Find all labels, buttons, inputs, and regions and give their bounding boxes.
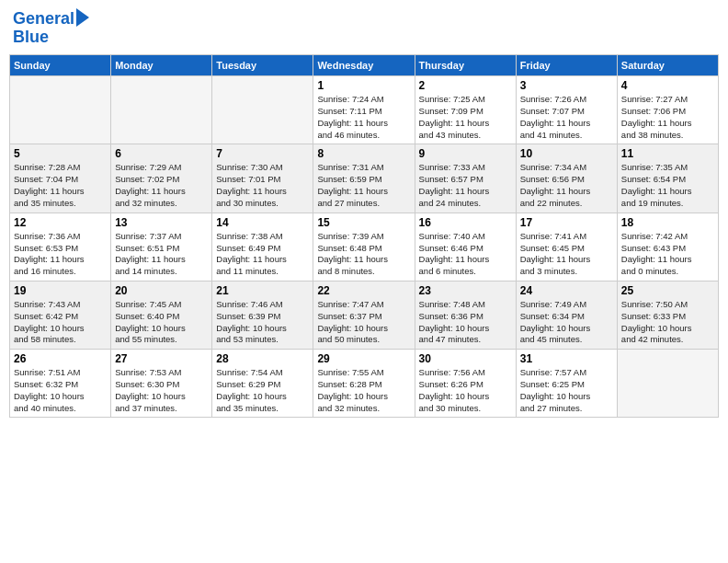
calendar-day: 18Sunrise: 7:42 AM Sunset: 6:43 PM Dayli… [617, 213, 718, 281]
day-info: Sunrise: 7:25 AM Sunset: 7:09 PM Dayligh… [419, 94, 512, 141]
day-info: Sunrise: 7:47 AM Sunset: 6:37 PM Dayligh… [317, 299, 410, 346]
day-info: Sunrise: 7:24 AM Sunset: 7:11 PM Dayligh… [317, 94, 410, 141]
day-info: Sunrise: 7:53 AM Sunset: 6:30 PM Dayligh… [115, 367, 208, 414]
day-info: Sunrise: 7:45 AM Sunset: 6:40 PM Dayligh… [115, 299, 208, 346]
day-number: 24 [520, 284, 613, 297]
calendar-day: 22Sunrise: 7:47 AM Sunset: 6:37 PM Dayli… [313, 281, 415, 349]
calendar-day [617, 350, 718, 418]
day-info: Sunrise: 7:33 AM Sunset: 6:57 PM Dayligh… [419, 162, 512, 209]
calendar-day: 14Sunrise: 7:38 AM Sunset: 6:49 PM Dayli… [212, 213, 313, 281]
calendar-day: 3Sunrise: 7:26 AM Sunset: 7:07 PM Daylig… [516, 76, 617, 144]
day-number: 30 [419, 352, 512, 365]
day-number: 5 [14, 147, 107, 160]
logo-blue: Blue [13, 28, 49, 48]
day-number: 9 [419, 147, 512, 160]
header-monday: Monday [111, 55, 212, 76]
calendar-day: 25Sunrise: 7:50 AM Sunset: 6:33 PM Dayli… [617, 281, 718, 349]
day-number: 14 [216, 216, 309, 229]
calendar-week-1: 1Sunrise: 7:24 AM Sunset: 7:11 PM Daylig… [10, 76, 719, 144]
calendar-day: 30Sunrise: 7:56 AM Sunset: 6:26 PM Dayli… [415, 350, 516, 418]
day-number: 22 [317, 284, 410, 297]
calendar-day [212, 76, 313, 144]
day-number: 20 [115, 284, 208, 297]
day-info: Sunrise: 7:42 AM Sunset: 6:43 PM Dayligh… [621, 231, 714, 278]
calendar-day: 9Sunrise: 7:33 AM Sunset: 6:57 PM Daylig… [415, 144, 516, 213]
day-number: 15 [317, 216, 410, 229]
calendar-day: 23Sunrise: 7:48 AM Sunset: 6:36 PM Dayli… [415, 281, 516, 349]
day-info: Sunrise: 7:31 AM Sunset: 6:59 PM Dayligh… [317, 162, 410, 209]
calendar-day: 26Sunrise: 7:51 AM Sunset: 6:32 PM Dayli… [10, 350, 111, 418]
logo: General Blue [13, 9, 89, 47]
calendar-day: 11Sunrise: 7:35 AM Sunset: 6:54 PM Dayli… [617, 144, 718, 213]
calendar-week-2: 5Sunrise: 7:28 AM Sunset: 7:04 PM Daylig… [10, 144, 719, 213]
calendar-day: 8Sunrise: 7:31 AM Sunset: 6:59 PM Daylig… [313, 144, 415, 213]
calendar-day [111, 76, 212, 144]
day-info: Sunrise: 7:57 AM Sunset: 6:25 PM Dayligh… [520, 367, 613, 414]
day-info: Sunrise: 7:28 AM Sunset: 7:04 PM Dayligh… [14, 162, 107, 209]
calendar-day: 24Sunrise: 7:49 AM Sunset: 6:34 PM Dayli… [516, 281, 617, 349]
day-info: Sunrise: 7:35 AM Sunset: 6:54 PM Dayligh… [621, 162, 714, 209]
day-number: 21 [216, 284, 309, 297]
day-number: 8 [317, 147, 410, 160]
calendar-day: 20Sunrise: 7:45 AM Sunset: 6:40 PM Dayli… [111, 281, 212, 349]
calendar-week-4: 19Sunrise: 7:43 AM Sunset: 6:42 PM Dayli… [10, 281, 719, 349]
day-number: 28 [216, 352, 309, 365]
day-number: 18 [621, 216, 714, 229]
day-info: Sunrise: 7:41 AM Sunset: 6:45 PM Dayligh… [520, 231, 613, 278]
header-saturday: Saturday [617, 55, 718, 76]
day-info: Sunrise: 7:29 AM Sunset: 7:02 PM Dayligh… [115, 162, 208, 209]
day-info: Sunrise: 7:43 AM Sunset: 6:42 PM Dayligh… [14, 299, 107, 346]
calendar-day: 7Sunrise: 7:30 AM Sunset: 7:01 PM Daylig… [212, 144, 313, 213]
calendar-day: 2Sunrise: 7:25 AM Sunset: 7:09 PM Daylig… [415, 76, 516, 144]
day-info: Sunrise: 7:38 AM Sunset: 6:49 PM Dayligh… [216, 231, 309, 278]
day-info: Sunrise: 7:34 AM Sunset: 6:56 PM Dayligh… [520, 162, 613, 209]
day-number: 12 [14, 216, 107, 229]
day-number: 31 [520, 352, 613, 365]
day-info: Sunrise: 7:39 AM Sunset: 6:48 PM Dayligh… [317, 231, 410, 278]
day-info: Sunrise: 7:40 AM Sunset: 6:46 PM Dayligh… [419, 231, 512, 278]
header-sunday: Sunday [10, 55, 111, 76]
header-wednesday: Wednesday [313, 55, 415, 76]
day-number: 29 [317, 352, 410, 365]
calendar-day: 29Sunrise: 7:55 AM Sunset: 6:28 PM Dayli… [313, 350, 415, 418]
day-number: 1 [317, 79, 410, 92]
logo-text: General [13, 9, 74, 29]
day-number: 17 [520, 216, 613, 229]
day-info: Sunrise: 7:46 AM Sunset: 6:39 PM Dayligh… [216, 299, 309, 346]
day-number: 27 [115, 352, 208, 365]
day-number: 7 [216, 147, 309, 160]
calendar-day: 27Sunrise: 7:53 AM Sunset: 6:30 PM Dayli… [111, 350, 212, 418]
day-info: Sunrise: 7:50 AM Sunset: 6:33 PM Dayligh… [621, 299, 714, 346]
day-info: Sunrise: 7:27 AM Sunset: 7:06 PM Dayligh… [621, 94, 714, 141]
header-friday: Friday [516, 55, 617, 76]
day-info: Sunrise: 7:36 AM Sunset: 6:53 PM Dayligh… [14, 231, 107, 278]
day-number: 19 [14, 284, 107, 297]
calendar-day: 28Sunrise: 7:54 AM Sunset: 6:29 PM Dayli… [212, 350, 313, 418]
calendar-week-5: 26Sunrise: 7:51 AM Sunset: 6:32 PM Dayli… [10, 350, 719, 418]
calendar-day: 17Sunrise: 7:41 AM Sunset: 6:45 PM Dayli… [516, 213, 617, 281]
calendar-header-row: SundayMondayTuesdayWednesdayThursdayFrid… [10, 55, 719, 76]
calendar-day: 21Sunrise: 7:46 AM Sunset: 6:39 PM Dayli… [212, 281, 313, 349]
calendar-day [10, 76, 111, 144]
logo-arrow-icon [76, 8, 89, 27]
day-number: 2 [419, 79, 512, 92]
calendar-day: 13Sunrise: 7:37 AM Sunset: 6:51 PM Dayli… [111, 213, 212, 281]
calendar-day: 1Sunrise: 7:24 AM Sunset: 7:11 PM Daylig… [313, 76, 415, 144]
day-number: 4 [621, 79, 714, 92]
day-number: 6 [115, 147, 208, 160]
day-number: 23 [419, 284, 512, 297]
day-info: Sunrise: 7:37 AM Sunset: 6:51 PM Dayligh… [115, 231, 208, 278]
calendar-table: SundayMondayTuesdayWednesdayThursdayFrid… [9, 54, 719, 418]
day-info: Sunrise: 7:48 AM Sunset: 6:36 PM Dayligh… [419, 299, 512, 346]
calendar-day: 16Sunrise: 7:40 AM Sunset: 6:46 PM Dayli… [415, 213, 516, 281]
day-number: 11 [621, 147, 714, 160]
calendar-day: 5Sunrise: 7:28 AM Sunset: 7:04 PM Daylig… [10, 144, 111, 213]
day-number: 26 [14, 352, 107, 365]
calendar-day: 15Sunrise: 7:39 AM Sunset: 6:48 PM Dayli… [313, 213, 415, 281]
calendar-day: 12Sunrise: 7:36 AM Sunset: 6:53 PM Dayli… [10, 213, 111, 281]
day-info: Sunrise: 7:30 AM Sunset: 7:01 PM Dayligh… [216, 162, 309, 209]
day-number: 10 [520, 147, 613, 160]
day-info: Sunrise: 7:26 AM Sunset: 7:07 PM Dayligh… [520, 94, 613, 141]
day-number: 13 [115, 216, 208, 229]
calendar-day: 19Sunrise: 7:43 AM Sunset: 6:42 PM Dayli… [10, 281, 111, 349]
